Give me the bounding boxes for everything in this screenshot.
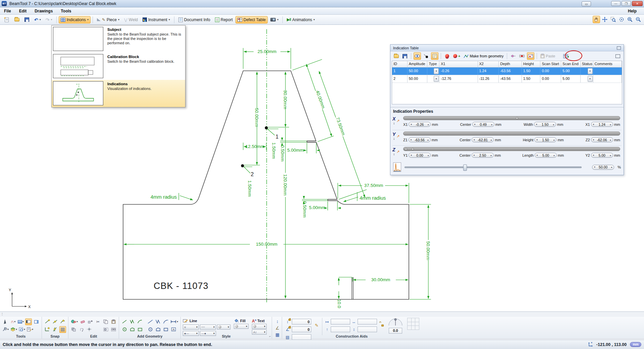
shape-tool-button[interactable]: ▾ [70, 318, 78, 325]
spin-up-icon[interactable]: ▴ [553, 154, 555, 157]
slider-handle[interactable] [516, 117, 518, 119]
move-button[interactable] [86, 326, 93, 333]
slider-handle[interactable] [405, 148, 407, 150]
spin-down-icon[interactable]: ▾ [593, 139, 594, 141]
value-spinner[interactable]: ▾2.50▴ [472, 153, 494, 158]
add-polygon-green-button[interactable] [129, 326, 136, 333]
cell-scan_end[interactable]: 5.00 [561, 75, 581, 83]
layers-button[interactable]: ▾ [10, 326, 17, 333]
column-header-comments[interactable]: Comments [593, 61, 622, 67]
grid-snap-button[interactable] [59, 326, 66, 333]
value-spinner[interactable]: ▾-62.06▴ [591, 137, 613, 142]
line-width-dropdown[interactable]: ≡▾ [183, 325, 199, 330]
spin-up-icon[interactable]: ▴ [610, 123, 611, 126]
zoom-out-button[interactable] [635, 16, 642, 23]
table-row[interactable]: 150.00▾-0.261.24-63.561.500.005.00▾ [392, 67, 622, 75]
column-header-type[interactable]: Type [427, 61, 439, 67]
spin-down-icon[interactable]: ▾ [474, 154, 475, 157]
add-text-button[interactable]: A [170, 326, 177, 333]
menu-edit[interactable]: Edit [15, 7, 31, 15]
cell-x2[interactable]: -11.26 [478, 75, 499, 83]
close-button[interactable]: ✕ [632, 1, 643, 6]
settings-wrench-button[interactable]: ▾ [2, 326, 9, 333]
panel-title-bar[interactable]: Indication Table [390, 45, 624, 51]
angle-dial-field[interactable] [389, 328, 402, 334]
minimize-button[interactable]: — [611, 1, 621, 6]
sketch-pencil-button[interactable]: ✎ [313, 322, 320, 329]
nearest-snap-button[interactable] [59, 318, 66, 325]
remove-indication-button[interactable] [443, 52, 451, 60]
text-size-dropdown[interactable]: A↕▾ [252, 330, 267, 335]
column-header-scan_start[interactable]: Scan Start [540, 61, 561, 67]
add-polyline-blue-button[interactable] [155, 318, 161, 325]
column-header-x1[interactable]: X1 [439, 61, 478, 67]
document-info-button[interactable]: Document Info [176, 16, 212, 23]
indication-table-panel[interactable]: Indication Table + [390, 44, 624, 175]
cell-type[interactable]: ▾ [427, 75, 439, 83]
perpendicular-snap-button[interactable] [44, 326, 51, 333]
protractor-button[interactable]: ∠ [274, 325, 281, 331]
status-dropdown[interactable]: ▾ [588, 68, 593, 74]
redo-button[interactable]: ↷▾ [44, 16, 54, 23]
add-to-defect-table-button[interactable] [562, 52, 570, 60]
rotate-button[interactable] [78, 326, 85, 333]
column-header-amplitude[interactable]: Amplitude [408, 61, 428, 67]
spin-down-icon[interactable]: ▾ [474, 139, 475, 141]
text-color-dropdown[interactable]: ▾ [252, 324, 267, 329]
add-circle-green-button[interactable] [121, 326, 128, 333]
value-spinner[interactable]: ▾1.50▴ [534, 122, 556, 127]
undo-button[interactable]: ↶▾ [32, 16, 43, 23]
status-dropdown[interactable]: ▾ [588, 76, 593, 82]
column-header-id[interactable]: ID [392, 61, 408, 67]
save-indications-button[interactable] [401, 52, 409, 60]
spin-up-icon[interactable]: ▴ [610, 139, 611, 141]
pan-button[interactable] [593, 16, 600, 23]
value-spinner[interactable]: ▾1.24▴ [591, 122, 613, 127]
instrument-button[interactable]: Instrument▾ [141, 16, 172, 23]
cell-comments[interactable] [593, 75, 622, 83]
amplitude-slider-thumb[interactable] [463, 164, 467, 171]
show-indications-toggle[interactable] [414, 52, 421, 60]
view-mode-3-button[interactable]: 3 [527, 52, 534, 60]
add-rect-blue-button[interactable] [162, 326, 169, 333]
send-backward-button[interactable] [70, 326, 77, 333]
group-button[interactable] [102, 326, 109, 333]
new-button[interactable]: ✦ [2, 16, 11, 23]
cell-height[interactable]: 1.50 [522, 75, 541, 83]
piece-button[interactable]: ✎ Piece▾ [95, 16, 121, 23]
spin-up-icon[interactable]: ▴ [611, 166, 612, 168]
value-spinner[interactable]: ▾5.00▴ [535, 153, 557, 158]
column-header-height[interactable]: Height [522, 61, 541, 67]
locked-height-field[interactable] [292, 319, 311, 325]
cell-scan_start[interactable]: 0.00 [540, 67, 561, 75]
style-dialog-launcher[interactable]: ⌐ [269, 335, 271, 338]
cell-status[interactable]: ▾ [581, 75, 593, 83]
spin-up-icon[interactable]: ▴ [491, 139, 492, 141]
indication-2-marker[interactable] [241, 164, 244, 167]
value-spinner[interactable]: ▾-62.81▴ [472, 137, 494, 142]
spin-up-icon[interactable]: ▴ [553, 139, 555, 141]
cell-id[interactable]: 2 [392, 75, 408, 83]
alignment-grid-widget[interactable] [407, 318, 419, 330]
snapshot-button[interactable]: ▾ [268, 16, 280, 23]
open-button[interactable] [12, 16, 21, 23]
report-button[interactable]: Report [213, 16, 235, 23]
layout-button[interactable]: ▾ [17, 318, 24, 325]
spin-up-icon[interactable]: ▴ [428, 123, 429, 126]
table-row[interactable]: 250.00▾-12.76-11.26-43.561.500.005.00▾ [392, 75, 622, 83]
spin-down-icon[interactable]: ▾ [411, 139, 412, 141]
dropdown-item-calibration-block[interactable]: Calibration BlockSwitch to the BeamTool … [52, 53, 185, 80]
range-slider-y[interactable] [403, 132, 620, 136]
eraser-button[interactable] [79, 318, 86, 325]
panel-dock-icon[interactable] [617, 46, 621, 50]
annotate-button[interactable]: ▾ [26, 326, 34, 333]
spin-up-icon[interactable]: ▴ [427, 139, 429, 141]
column-header-status[interactable]: Status [581, 61, 593, 67]
animations-button[interactable]: ▶‖ Animations▾ [285, 16, 317, 23]
cut-button[interactable]: ✂ [95, 318, 101, 325]
cell-status[interactable]: ▾ [581, 67, 593, 75]
add-line-blue-button[interactable] [147, 318, 154, 325]
cell-height[interactable]: 1.50 [522, 67, 541, 75]
spin-up-icon[interactable]: ▴ [610, 154, 611, 157]
defect-table-button[interactable]: Defect Table [235, 16, 268, 23]
